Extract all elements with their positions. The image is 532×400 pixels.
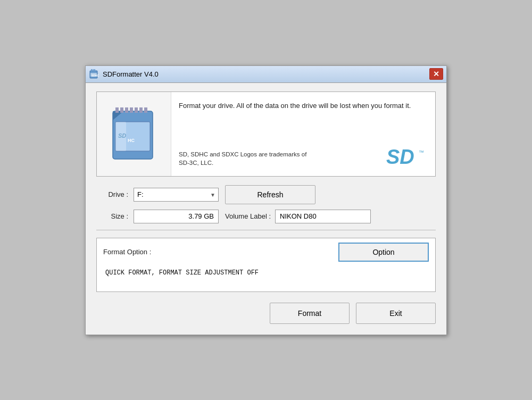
volume-input[interactable] <box>275 210 371 223</box>
title-bar-left: SDHC SDFormatter V4.0 <box>89 69 159 79</box>
svg-rect-9 <box>120 107 123 113</box>
format-option-value: QUICK FORMAT, FORMAT SIZE ADJUSTMENT OFF <box>103 266 429 287</box>
drive-row: Drive : F: Refresh <box>96 185 436 204</box>
svg-rect-11 <box>130 107 133 113</box>
drive-select-wrapper: F: <box>134 188 219 202</box>
sd-card-image-area: SD HC <box>97 92 171 176</box>
bottom-buttons: Format Exit <box>96 301 436 326</box>
drive-select[interactable]: F: <box>134 188 219 202</box>
banner-bottom-row: SD, SDHC and SDXC Logos are trademarks o… <box>179 144 428 168</box>
format-option-section: Format Option : Option QUICK FORMAT, FOR… <box>96 238 436 292</box>
refresh-button[interactable]: Refresh <box>225 185 315 204</box>
svg-text:HC: HC <box>128 138 135 143</box>
divider <box>96 230 436 230</box>
content-area: SD HC Format your drive. All of the data… <box>86 83 446 335</box>
sd-brand-logo: SD ™ <box>385 144 428 168</box>
banner-description: Format your drive. All of the data on th… <box>179 101 428 144</box>
window-title: SDFormatter V4.0 <box>103 70 159 78</box>
title-bar: SDHC SDFormatter V4.0 ✕ <box>86 66 446 83</box>
format-button[interactable]: Format <box>270 303 350 324</box>
close-button[interactable]: ✕ <box>429 68 443 80</box>
svg-rect-8 <box>115 107 119 113</box>
svg-rect-12 <box>135 107 138 113</box>
format-option-label: Format Option : <box>103 248 151 256</box>
size-label: Size : <box>96 212 128 220</box>
drive-label: Drive : <box>96 190 128 198</box>
svg-rect-2 <box>93 69 94 72</box>
svg-rect-18 <box>115 122 126 151</box>
option-button[interactable]: Option <box>338 243 429 262</box>
size-input <box>134 210 219 223</box>
svg-rect-3 <box>94 69 95 72</box>
app-icon: SDHC <box>89 69 99 79</box>
size-row: Size : Volume Label : <box>96 210 436 223</box>
sd-card-svg: SD HC <box>110 103 158 164</box>
banner-text-area: Format your drive. All of the data on th… <box>171 92 435 176</box>
svg-rect-10 <box>125 107 128 113</box>
svg-rect-14 <box>144 107 147 113</box>
format-option-header: Format Option : Option <box>103 243 429 262</box>
svg-rect-13 <box>139 107 143 113</box>
svg-text:SD: SD <box>386 146 414 168</box>
volume-label-section: Volume Label : <box>225 210 371 223</box>
svg-text:™: ™ <box>419 149 424 155</box>
svg-rect-1 <box>91 69 92 72</box>
exit-button[interactable]: Exit <box>356 303 436 324</box>
main-window: SDHC SDFormatter V4.0 ✕ <box>85 65 447 335</box>
svg-text:SDHC: SDHC <box>92 74 99 77</box>
volume-label-text: Volume Label : <box>225 212 271 220</box>
banner-section: SD HC Format your drive. All of the data… <box>96 91 436 177</box>
banner-trademark: SD, SDHC and SDXC Logos are trademarks o… <box>179 150 306 167</box>
